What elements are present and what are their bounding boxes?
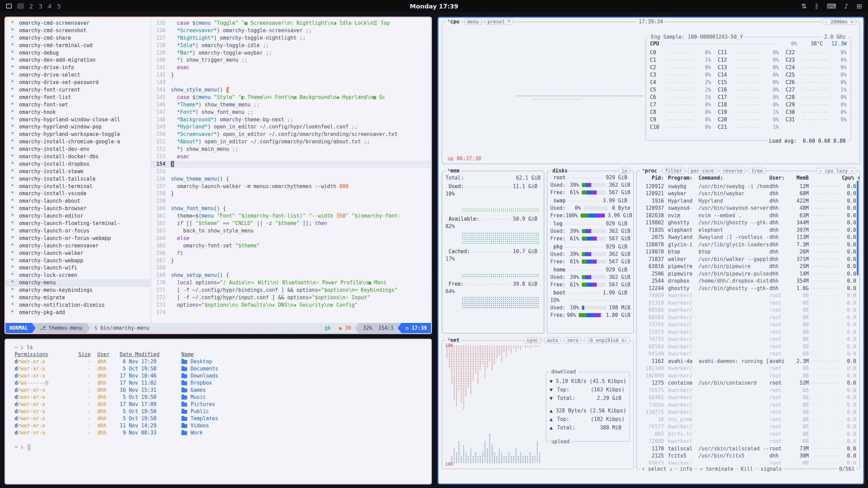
process-row[interactable]: 2506pipewire/usr/bin/pipewire-pulsedhh14… <box>640 270 856 278</box>
process-row[interactable]: 1275containe/usr/bin/containerdroot52M0.… <box>640 380 856 387</box>
file-list-item[interactable]: *omarchy-hook <box>5 109 151 116</box>
proc-action--select-[interactable]: ↑ select ↓ <box>640 466 674 472</box>
proc-box-title[interactable]: ⁴proc <box>640 168 659 174</box>
preset-button[interactable]: preset * <box>485 19 513 25</box>
file-list-item[interactable]: *omarchy-launch-about <box>5 198 151 205</box>
file-list-item[interactable]: *omarchy-launch-browser <box>5 205 151 212</box>
file-list-item[interactable]: *omarchy-install-dev-env <box>5 146 151 153</box>
process-row[interactable]: 12244ghostty/usr/bin/ghostty --gtk-dhh1.… <box>640 285 856 292</box>
process-row[interactable]: 119802ghostty/usr/bin/ghostty --gtk-dhh3… <box>640 219 856 227</box>
proc-control-reverse[interactable]: reverse <box>720 168 745 174</box>
proc-action-Kill[interactable]: Kill <box>739 466 755 472</box>
file-list-item[interactable]: *omarchy-cmd-screenshot <box>5 27 151 35</box>
process-row[interactable]: 119078btopbtopdhh26M0.0 <box>640 248 856 256</box>
file-list-item[interactable]: *omarchy-hyprland-window-close-all <box>5 116 151 124</box>
process-row[interactable]: 73703kworker/root0B0.0 <box>640 321 856 329</box>
file-list-item[interactable]: *omarchy-pkg-add <box>5 309 151 317</box>
file-list-item[interactable]: *omarchy-migrate <box>5 294 151 302</box>
workspace-5[interactable]: 5 <box>57 3 61 10</box>
process-row[interactable]: 76575kworker/root0B0.0 <box>640 387 856 394</box>
process-row[interactable]: 120921waybar/usr/bin/waybardhh68M0.0 <box>640 190 856 198</box>
workspace-4[interactable]: 4 <box>48 3 52 10</box>
net-control-sync[interactable]: sync <box>524 337 541 343</box>
file-list-item[interactable]: *omarchy-launch-editor <box>5 212 151 220</box>
file-list-item[interactable]: *omarchy-font-list <box>5 94 151 101</box>
net-control-zero[interactable]: zero <box>564 337 581 343</box>
process-row[interactable]: 68584kworker/root0B0.0 <box>640 343 856 350</box>
process-row[interactable]: 102099kworker/root0B0.0 <box>640 372 856 380</box>
process-row[interactable]: 102100kworker/root0B0.0 <box>640 365 856 372</box>
process-row[interactable]: 76577kworker/root0B0.0 <box>640 423 856 431</box>
process-row[interactable]: 68586kworker/root0B0.0 <box>640 307 856 314</box>
code-pane[interactable]: 135 case $(menu "Toggle" "▦ Screensaver\… <box>151 18 431 323</box>
workspace-3[interactable]: 3 <box>38 3 42 10</box>
process-row[interactable]: 72088kworker/root0B0.0 <box>640 438 856 445</box>
process-row[interactable]: 16rcu_preeroot0B0.0 <box>640 416 856 423</box>
file-list-item[interactable]: *omarchy-drive-set-password <box>5 79 151 86</box>
process-row[interactable]: 74869kworker/root0B0.0 <box>640 292 856 300</box>
disks-box-title[interactable]: disks <box>551 168 569 174</box>
file-list[interactable]: *omarchy-cmd-screensaver*omarchy-cmd-scr… <box>5 18 151 323</box>
proc-action-signals[interactable]: signals <box>759 466 784 472</box>
file-list-item[interactable]: *omarchy-drive-info <box>5 64 151 72</box>
io-mode-button[interactable]: io <box>619 168 630 174</box>
process-row[interactable]: 63816pipewire/usr/bin/pipewiredhh25M0.0 <box>640 263 856 270</box>
file-list-item[interactable]: *omarchy-hyprland-window-pop <box>5 123 151 131</box>
file-list-item[interactable]: *omarchy-dev-add-migration <box>5 57 151 64</box>
file-list-item[interactable]: *omarchy-menu <box>5 279 151 287</box>
file-list-item[interactable]: *omarchy-drive-select <box>5 72 151 79</box>
file-list-item[interactable]: *omarchy-launch-or-focus-webapp <box>5 235 151 242</box>
file-list-item[interactable]: *omarchy-install-tailscale <box>5 176 151 183</box>
clock[interactable]: Monday 17:39 <box>410 3 458 10</box>
file-list-item[interactable]: *omarchy-lock-screen <box>5 272 151 279</box>
file-list-item[interactable]: *omarchy-font-set <box>5 101 151 109</box>
file-list-item[interactable]: *omarchy-cmd-screensaver <box>5 20 151 27</box>
file-list-item[interactable]: *omarchy-cmd-share <box>5 35 151 42</box>
proc-control-filter[interactable]: filter <box>662 168 685 174</box>
process-row[interactable]: 110775kworker/root0B0.0 <box>640 409 856 416</box>
file-list-item[interactable]: *omarchy-launch-or-focus <box>5 227 151 235</box>
process-row[interactable]: 71837walker/usr/bin/walker --gappldhh371… <box>640 256 856 263</box>
cpu-box-title[interactable]: ¹cpu <box>446 19 461 25</box>
file-list-item[interactable]: *omarchy-cmd-terminal-cwd <box>5 42 151 49</box>
proc-control-per-core[interactable]: per-core <box>688 168 716 174</box>
file-list-item[interactable]: *omarchy-launch-floating-terminal- <box>5 220 151 227</box>
process-row[interactable]: 71835elephantelephantdhh397M0.0 <box>640 226 856 234</box>
file-list-item[interactable]: *omarchy-debug <box>5 49 151 57</box>
proc-scrollbar[interactable] <box>857 181 859 276</box>
process-row[interactable]: 68583kworker/root0B0.0 <box>640 314 856 321</box>
volume-icon[interactable]: ♪ <box>844 2 848 10</box>
process-row[interactable]: 102638nvimnvim --embed .dhh63M0.0 <box>640 212 856 219</box>
process-row[interactable]: 120912swaybg/usr/bin/swaybg -i /homdhh12… <box>640 183 856 190</box>
menu-button[interactable]: menu <box>465 19 481 25</box>
process-row[interactable]: 73656kworker/root0B0.0 <box>640 401 856 409</box>
process-row[interactable]: 2125fcitx5/usr/bin/fcitx5dhh30M0.0 <box>640 452 856 460</box>
mem-box-title[interactable]: ²mem <box>446 168 461 174</box>
process-row[interactable]: 94540kworker/root0B0.0 <box>640 350 856 358</box>
process-row[interactable]: 1162avahi-daavahi-daemon: running [avahi… <box>640 358 856 365</box>
process-row[interactable]: 2075XwaylandXwayland :1 -rootless -dhh11… <box>640 234 856 241</box>
process-row[interactable]: 68402kworker/root0B0.0 <box>640 394 856 402</box>
process-row[interactable]: 81310kworker/root0B0.0 <box>640 299 856 307</box>
file-list-item[interactable]: *omarchy-hyprland-workspace-toggle <box>5 131 151 138</box>
active-workspace-indicator[interactable] <box>17 3 24 9</box>
process-row[interactable]: 1170tailscal/usr/sbin/tailscaled --root7… <box>640 445 856 452</box>
share-icon[interactable]: ⇅ <box>801 2 807 10</box>
sort-control[interactable]: ‹ cpu lazy › <box>816 168 856 174</box>
proc-control-tree[interactable]: tree <box>749 168 766 174</box>
proc-header-row[interactable]: Pid: Program: Command: User: MemB Cpu% ↑ <box>637 174 860 182</box>
file-list-item[interactable]: *omarchy-font-current <box>5 86 151 94</box>
file-list-item[interactable]: *omarchy-launch-screensaver <box>5 242 151 250</box>
file-list-item[interactable]: *omarchy-install-vscode <box>5 190 151 198</box>
terminal-body[interactable]: ~❯ls PermissionsSizeUserDate ModifiedNam… <box>5 339 431 451</box>
process-row[interactable]: 95673kworker/root0B0.0 <box>640 460 856 465</box>
file-list-item[interactable]: *omarchy-install-terminal <box>5 183 151 190</box>
update-interval-control[interactable]: - 2000ms + <box>822 19 856 25</box>
process-row[interactable]: 120937swayosd-/usr/bin/swayosd-serverdhh… <box>640 205 856 212</box>
bluetooth-icon[interactable]: ᛒ <box>815 2 818 10</box>
file-list-item[interactable]: *omarchy-install-docker-dbs <box>5 153 151 161</box>
file-list-item[interactable]: *omarchy-menu-keybindings <box>5 287 151 294</box>
process-row[interactable]: 72073kworker/root0B0.0 <box>640 328 856 336</box>
keyboard-icon[interactable]: ⌨ <box>827 2 836 10</box>
process-row[interactable]: 74733kworker/root0B0.0 <box>640 336 856 343</box>
